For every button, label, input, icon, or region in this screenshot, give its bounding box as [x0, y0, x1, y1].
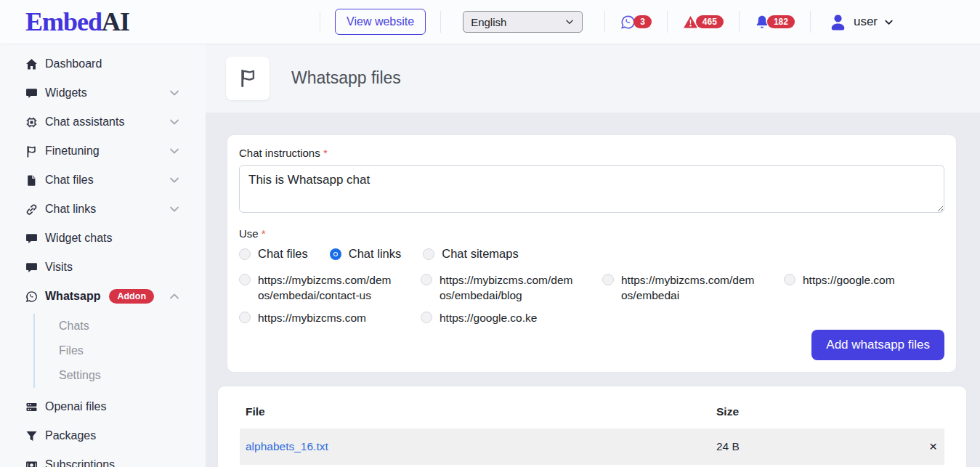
radio-chat-files[interactable]: Chat files: [239, 247, 308, 261]
chat-bubble-icon: [25, 87, 38, 100]
language-select[interactable]: English: [463, 11, 583, 33]
cpu-icon: [25, 116, 38, 129]
actions-cell: ×: [921, 429, 944, 465]
chat-bubble-icon: [25, 261, 38, 274]
divider: [440, 11, 441, 33]
whatsapp-count-badge: 3: [633, 15, 652, 28]
form-actions: Add whatsapp files: [239, 330, 944, 360]
url-options: https://mybizcms.com/demos/embedai/conta…: [239, 272, 944, 325]
sidebar-item-finetuning[interactable]: Finetuning: [0, 137, 206, 166]
server-icon: [25, 401, 38, 413]
chat-instructions-input[interactable]: This is Whatsapp chat: [239, 165, 944, 213]
chevron-down-icon: [169, 87, 180, 99]
radio-url-contact-us[interactable]: https://mybizcms.com/demos/embedai/conta…: [239, 272, 421, 303]
sidebar-subitem-chats[interactable]: Chats: [35, 314, 206, 338]
file-link[interactable]: alphabets_16.txt: [246, 440, 328, 452]
sidebar-item-chat-files[interactable]: Chat files: [0, 166, 206, 195]
header-actions: View website English 3: [320, 9, 980, 35]
sidebar-item-whatsapp[interactable]: Whatsapp Addon: [0, 282, 206, 311]
whatsapp-notifications[interactable]: 3: [620, 15, 652, 30]
cash-icon: [25, 459, 38, 467]
radio-circle-icon: [239, 312, 251, 323]
sidebar-item-dashboard[interactable]: Dashboard: [0, 49, 206, 78]
flag-icon: [238, 68, 258, 88]
sidebar-item-widgets[interactable]: Widgets: [0, 78, 206, 107]
page-header: Whatsapp files: [206, 44, 980, 113]
chat-instructions-label: Chat instructions *: [239, 147, 944, 159]
home-icon: [25, 58, 38, 70]
logo-text-embed: Embed: [25, 7, 102, 36]
link-icon: [25, 203, 38, 216]
chevron-down-icon: [169, 174, 180, 186]
chevron-down-icon: [169, 203, 180, 215]
use-options: Chat files Chat links Chat sitemaps: [239, 247, 944, 261]
size-cell: 24 B: [710, 429, 921, 465]
page-title: Whatsapp files: [291, 68, 401, 88]
app-logo[interactable]: EmbedAI: [25, 7, 129, 37]
radio-circle-icon: [239, 248, 251, 260]
required-asterisk: *: [262, 227, 266, 240]
whatsapp-icon: [25, 291, 38, 303]
warning-count-badge: 465: [696, 15, 724, 28]
radio-circle-icon: [421, 312, 432, 323]
radio-circle-icon: [421, 274, 432, 285]
logo-text-ai: AI: [102, 7, 129, 36]
notification-count-badge: 182: [767, 15, 795, 28]
user-menu[interactable]: user: [828, 12, 894, 32]
top-header: EmbedAI View website English 3: [0, 0, 980, 44]
sidebar-subitem-files[interactable]: Files: [35, 338, 206, 363]
radio-circle-icon: [239, 274, 251, 285]
whatsapp-files-form: Chat instructions * This is Whatsapp cha…: [227, 134, 957, 373]
chevron-down-icon: [169, 145, 180, 157]
sidebar-item-openai-files[interactable]: Openai files: [0, 392, 206, 421]
use-label: Use *: [239, 227, 944, 240]
page-icon-card: [226, 57, 270, 100]
chevron-down-icon: [883, 17, 894, 28]
chevron-down-icon: [169, 116, 180, 128]
radio-url-blog[interactable]: https://mybizcms.com/demos/embedai/blog: [421, 272, 602, 303]
column-header-actions: [921, 397, 944, 429]
sidebar-item-widget-chats[interactable]: Widget chats: [0, 224, 206, 253]
sidebar-item-visits[interactable]: Visits: [0, 253, 206, 282]
divider: [667, 11, 668, 33]
radio-chat-links[interactable]: Chat links: [330, 247, 401, 261]
chevron-down-icon: [564, 17, 575, 27]
whatsapp-submenu: Chats Files Settings: [33, 314, 206, 388]
radio-url-mybizcms[interactable]: https://mybizcms.com: [239, 310, 421, 325]
radio-chat-sitemaps[interactable]: Chat sitemaps: [423, 247, 518, 261]
add-whatsapp-files-button[interactable]: Add whatsapp files: [811, 330, 944, 360]
sidebar-item-subscriptions[interactable]: Subscriptions: [0, 450, 206, 467]
user-name: user: [854, 15, 878, 29]
addon-badge: Addon: [109, 289, 154, 304]
table-header-row: File Size: [240, 397, 944, 429]
view-website-button[interactable]: View website: [335, 9, 426, 35]
language-select-value: English: [471, 16, 506, 28]
sidebar-item-packages[interactable]: Packages: [0, 421, 206, 450]
column-header-size: Size: [710, 397, 921, 429]
required-asterisk: *: [323, 147, 328, 159]
divider: [810, 11, 811, 33]
radio-circle-icon: [784, 274, 795, 285]
sidebar-item-chat-assistants[interactable]: Chat assistants: [0, 107, 206, 137]
file-icon: [25, 174, 38, 187]
funnel-icon: [25, 430, 38, 442]
divider: [604, 11, 605, 33]
sidebar-item-chat-links[interactable]: Chat links: [0, 195, 206, 224]
bell-notifications[interactable]: 182: [755, 15, 795, 29]
divider: [320, 11, 320, 33]
remove-file-icon[interactable]: ×: [929, 439, 944, 455]
radio-url-embedai[interactable]: https://mybizcms.com/demos/embedai: [602, 272, 784, 303]
warning-notifications[interactable]: 465: [683, 15, 724, 30]
radio-url-google-co-ke[interactable]: https://google.co.ke: [421, 310, 602, 325]
sidebar-nav: Dashboard Widgets Chat assistants: [0, 44, 206, 467]
files-table-card: File Size alphabets_16.txt 24 B ×: [217, 386, 967, 467]
sidebar-subitem-settings[interactable]: Settings: [35, 363, 206, 388]
user-avatar-icon: [828, 12, 848, 32]
radio-url-google-com[interactable]: https://google.com: [784, 272, 965, 303]
radio-circle-icon: [423, 248, 434, 260]
divider: [739, 11, 740, 33]
radio-circle-icon: [602, 274, 614, 285]
column-header-file: File: [240, 397, 710, 429]
radio-circle-checked-icon: [330, 248, 341, 260]
file-cell: alphabets_16.txt: [240, 429, 710, 465]
